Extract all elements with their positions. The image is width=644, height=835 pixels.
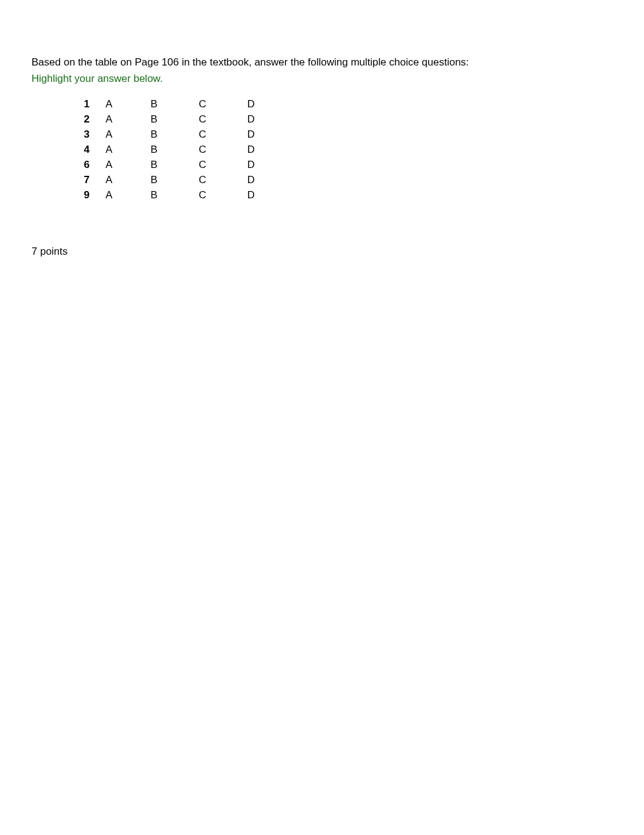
option-b[interactable]: B <box>130 158 178 173</box>
question-number: 4 <box>74 143 99 158</box>
option-c[interactable]: C <box>178 143 227 158</box>
option-c[interactable]: C <box>178 112 227 127</box>
option-a[interactable]: A <box>99 112 130 127</box>
option-a[interactable]: A <box>99 173 130 188</box>
option-c[interactable]: C <box>178 158 227 173</box>
table-row: 2 A B C D <box>74 112 275 127</box>
option-c[interactable]: C <box>178 127 227 143</box>
option-a[interactable]: A <box>99 127 130 143</box>
question-number: 3 <box>74 127 99 143</box>
option-d[interactable]: D <box>227 97 275 112</box>
option-a[interactable]: A <box>99 188 130 203</box>
highlight-instruction: Highlight your answer below. <box>32 73 612 85</box>
table-row: 7 A B C D <box>74 173 275 188</box>
question-number: 6 <box>74 158 99 173</box>
option-b[interactable]: B <box>130 112 178 127</box>
table-row: 4 A B C D <box>74 143 275 158</box>
question-number: 7 <box>74 173 99 188</box>
option-d[interactable]: D <box>227 127 275 143</box>
question-number: 1 <box>74 97 99 112</box>
option-b[interactable]: B <box>130 143 178 158</box>
option-d[interactable]: D <box>227 143 275 158</box>
option-d[interactable]: D <box>227 173 275 188</box>
points-text: 7 points <box>32 246 612 258</box>
answer-table: 1 A B C D 2 A B C D 3 A B C D 4 A B C D <box>74 97 275 203</box>
option-a[interactable]: A <box>99 158 130 173</box>
table-row: 6 A B C D <box>74 158 275 173</box>
instruction-text: Based on the table on Page 106 in the te… <box>32 55 612 70</box>
table-row: 1 A B C D <box>74 97 275 112</box>
option-b[interactable]: B <box>130 97 178 112</box>
option-a[interactable]: A <box>99 97 130 112</box>
question-number: 2 <box>74 112 99 127</box>
table-row: 9 A B C D <box>74 188 275 203</box>
option-d[interactable]: D <box>227 112 275 127</box>
table-row: 3 A B C D <box>74 127 275 143</box>
question-number: 9 <box>74 188 99 203</box>
option-b[interactable]: B <box>130 173 178 188</box>
option-a[interactable]: A <box>99 143 130 158</box>
option-d[interactable]: D <box>227 188 275 203</box>
option-b[interactable]: B <box>130 127 178 143</box>
option-d[interactable]: D <box>227 158 275 173</box>
option-b[interactable]: B <box>130 188 178 203</box>
option-c[interactable]: C <box>178 97 227 112</box>
option-c[interactable]: C <box>178 173 227 188</box>
option-c[interactable]: C <box>178 188 227 203</box>
